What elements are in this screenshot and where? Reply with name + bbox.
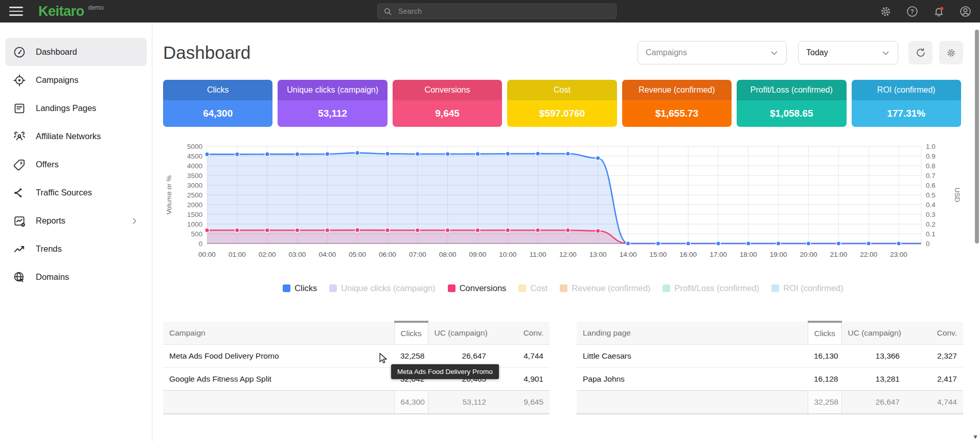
stat-card-revenue: Revenue (confirmed) $1,655.73 — [622, 80, 732, 127]
conv-cell: 4,901 — [492, 368, 550, 391]
column-header-landing-page[interactable]: Landing page — [577, 322, 808, 345]
refresh-icon — [915, 47, 926, 58]
legend-item-revenue[interactable]: Revenue (confirmed) — [560, 283, 650, 293]
column-header-clicks[interactable]: Clicks — [808, 322, 841, 345]
legend-label: Unique clicks (campaign) — [341, 283, 435, 293]
sidebar-item-label: Offers — [36, 160, 59, 169]
sidebar-item-label: Campaigns — [36, 75, 78, 85]
scrollbar-down-arrow[interactable]: ▼ — [972, 433, 978, 440]
help-icon[interactable]: ? — [906, 5, 919, 18]
column-header-uc-campaign[interactable]: UC (campaign) — [841, 322, 906, 345]
campaign-name-cell[interactable]: Google Ads Fitness App Split — [163, 368, 394, 391]
grouping-select-value: Campaigns — [646, 48, 687, 57]
svg-text:0.7: 0.7 — [926, 172, 936, 180]
legend-item-cost[interactable]: Cost — [518, 283, 548, 293]
sidebar-item-affiliate-networks[interactable]: Affiliate Networks — [5, 122, 147, 150]
stat-card-label: Profit/Loss (confirmed) — [737, 80, 846, 100]
hamburger-menu-icon[interactable] — [9, 4, 23, 18]
sidebar-item-label: Reports — [36, 216, 65, 226]
dashboard-settings-button[interactable] — [939, 41, 963, 64]
account-icon[interactable] — [959, 5, 972, 18]
column-header-clicks[interactable]: Clicks — [394, 322, 428, 345]
chevron-down-icon — [770, 49, 779, 57]
legend-swatch — [663, 284, 670, 292]
totals-label-cell — [577, 391, 808, 414]
sidebar-item-trends[interactable]: Trends — [5, 235, 147, 263]
stat-card-value: $597.0760 — [507, 100, 617, 127]
conv-cell: 4,744 — [492, 345, 550, 368]
campaign-name-cell[interactable]: Meta Ads Food Delivery Promo — [163, 345, 394, 368]
hover-tooltip: Meta Ads Food Delivery Promo — [391, 364, 499, 379]
table-row: Papa Johns 16,128 13,281 2,417 — [577, 368, 963, 391]
legend-item-conversions[interactable]: Conversions — [448, 283, 507, 293]
legend-swatch — [329, 284, 337, 292]
sidebar-item-domains[interactable]: Domains — [5, 263, 147, 291]
column-header-uc-campaign[interactable]: UC (campaign) — [428, 322, 492, 345]
stat-card-unique-clicks: Unique clicks (campaign) 53,112 — [278, 80, 387, 127]
global-search — [377, 4, 617, 19]
notification-dot — [940, 7, 943, 10]
conv-cell: 2,327 — [906, 345, 963, 368]
stat-card-label: Unique clicks (campaign) — [278, 80, 387, 100]
svg-text:0: 0 — [198, 240, 202, 248]
dashboard-controls: Campaigns Today — [637, 41, 963, 64]
stat-card-roi: ROI (confirmed) 177.31% — [852, 80, 961, 127]
gear-icon — [946, 48, 956, 58]
stat-card-label: Cost — [507, 80, 617, 100]
legend-item-unique-clicks[interactable]: Unique clicks (campaign) — [329, 283, 435, 293]
notifications-bell-icon[interactable] — [932, 5, 945, 18]
sidebar-item-label: Domains — [36, 272, 69, 282]
trending-up-icon — [13, 242, 26, 256]
sidebar-item-campaigns[interactable]: Campaigns — [5, 66, 147, 94]
stat-card-value: 9,645 — [393, 100, 502, 127]
svg-text:1000: 1000 — [187, 220, 202, 228]
svg-text:08:00: 08:00 — [439, 251, 457, 258]
legend-swatch — [560, 284, 567, 292]
svg-text:09:00: 09:00 — [469, 251, 487, 258]
totals-clicks-cell: 32,258 — [808, 391, 841, 414]
sidebar-item-offers[interactable]: $ Offers — [5, 150, 147, 179]
sidebar-item-traffic-sources[interactable]: Traffic Sources — [5, 179, 147, 207]
legend-swatch — [448, 284, 455, 292]
sidebar-item-dashboard[interactable]: Dashboard — [5, 38, 147, 66]
sidebar-item-reports[interactable]: Reports — [5, 207, 147, 235]
legend-item-profit-loss[interactable]: Profit/Loss (confirmed) — [663, 283, 759, 293]
svg-text:14:00: 14:00 — [620, 251, 637, 258]
stat-card-profit-loss: Profit/Loss (confirmed) $1,058.65 — [737, 80, 846, 127]
legend-label: Cost — [530, 283, 548, 293]
column-header-conv[interactable]: Conv. — [906, 322, 963, 345]
stat-cards-row: Clicks 64,300 Unique clicks (campaign) 5… — [163, 80, 961, 127]
grouping-select[interactable]: Campaigns — [637, 41, 787, 64]
column-header-campaign[interactable]: Campaign — [163, 322, 394, 345]
landing-name-cell[interactable]: Papa Johns — [577, 368, 808, 391]
stat-card-cost: Cost $597.0760 — [507, 80, 617, 127]
svg-text:0.2: 0.2 — [926, 220, 936, 228]
totals-uc-cell: 53,112 — [428, 391, 492, 414]
svg-text:18:00: 18:00 — [740, 251, 757, 258]
svg-text:07:00: 07:00 — [409, 251, 426, 258]
search-input[interactable] — [397, 7, 611, 16]
svg-text:?: ? — [910, 8, 914, 15]
legend-item-roi[interactable]: ROI (confirmed) — [771, 283, 843, 293]
refresh-button[interactable] — [908, 41, 932, 64]
svg-text:04:00: 04:00 — [318, 251, 336, 258]
stat-card-value: 64,300 — [163, 100, 272, 127]
svg-text:$: $ — [20, 161, 22, 165]
sidebar-item-label: Traffic Sources — [36, 188, 92, 197]
svg-text:Volume or %: Volume or % — [165, 175, 173, 215]
brand-badge: demo — [88, 4, 104, 11]
legend-item-clicks[interactable]: Clicks — [283, 283, 317, 293]
landing-name-cell[interactable]: Little Caesars — [577, 345, 808, 368]
top-bar: Keitaro demo ? — [0, 0, 980, 23]
svg-text:22:00: 22:00 — [860, 251, 877, 258]
sidebar-item-landings-pages[interactable]: Landings Pages — [5, 94, 147, 122]
mouse-cursor — [379, 353, 388, 366]
vertical-scrollbar-thumb[interactable] — [975, 30, 979, 244]
date-range-select[interactable]: Today — [798, 41, 898, 64]
sidebar-item-label: Trends — [36, 244, 62, 254]
column-header-conv[interactable]: Conv. — [492, 322, 550, 345]
chevron-down-icon — [881, 49, 890, 57]
legend-swatch — [283, 284, 290, 292]
svg-text:5000: 5000 — [187, 143, 202, 150]
settings-gear-icon[interactable] — [879, 5, 892, 18]
